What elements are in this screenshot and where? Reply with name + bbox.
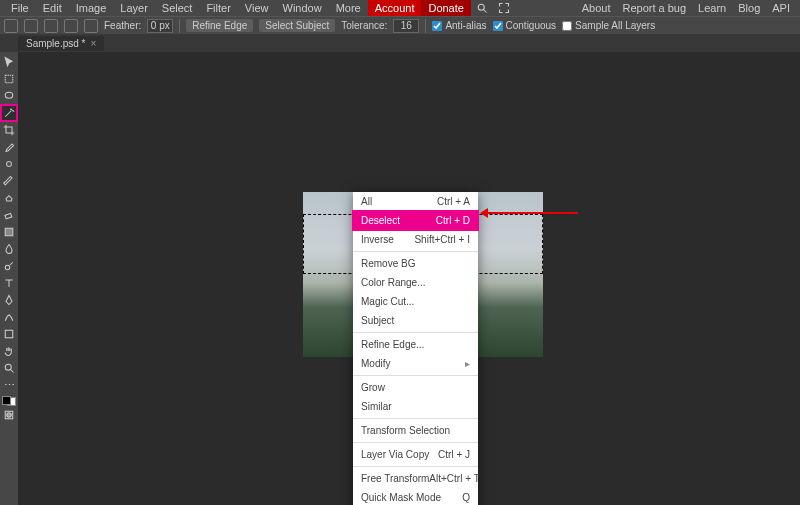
refine-edge-button[interactable]: Refine Edge [186, 19, 253, 32]
ctx-deselect[interactable]: DeselectCtrl + D [353, 211, 478, 230]
menu-donate[interactable]: Donate [421, 0, 470, 16]
menu-file[interactable]: File [4, 0, 36, 16]
document-tabs: Sample.psd * × [0, 34, 800, 52]
svg-point-3 [5, 92, 13, 98]
ctx-transform[interactable]: Transform Selection [353, 421, 478, 440]
separator [425, 19, 426, 33]
tab-label: Sample.psd * [26, 38, 85, 49]
svg-point-0 [478, 4, 484, 10]
tab-sample[interactable]: Sample.psd * × [18, 36, 104, 51]
color-swatch[interactable] [2, 396, 16, 406]
annotation-arrow [483, 212, 578, 214]
menu-more[interactable]: More [329, 0, 368, 16]
ctx-viacopy[interactable]: Layer Via CopyCtrl + J [353, 445, 478, 464]
svg-line-8 [10, 262, 13, 265]
menu-api[interactable]: API [766, 0, 796, 16]
feather-label: Feather: [104, 20, 141, 31]
brush-tool[interactable] [1, 173, 17, 189]
magic-wand-tool[interactable] [1, 105, 17, 121]
blur-tool[interactable] [1, 241, 17, 257]
more-tools[interactable]: ⋯ [1, 377, 17, 393]
path-tool[interactable] [1, 309, 17, 325]
canvas-area[interactable]: AllCtrl + A DeselectCtrl + D InverseShif… [18, 52, 800, 505]
ctx-colorrange[interactable]: Color Range... [353, 273, 478, 292]
menu-about[interactable]: About [576, 0, 617, 16]
menu-blog[interactable]: Blog [732, 0, 766, 16]
eyedropper-tool[interactable] [1, 139, 17, 155]
move-tool[interactable] [1, 54, 17, 70]
gradient-tool[interactable] [1, 224, 17, 240]
eraser-tool[interactable] [1, 207, 17, 223]
separator [179, 19, 180, 33]
menu-filter[interactable]: Filter [199, 0, 237, 16]
dodge-tool[interactable] [1, 258, 17, 274]
ctx-similar[interactable]: Similar [353, 397, 478, 416]
crop-tool[interactable] [1, 122, 17, 138]
svg-line-1 [483, 10, 486, 13]
svg-point-13 [7, 413, 12, 418]
sample-all-checkbox[interactable]: Sample All Layers [562, 20, 655, 31]
type-tool[interactable] [1, 275, 17, 291]
lasso-tool[interactable] [1, 88, 17, 104]
search-icon[interactable] [475, 1, 489, 15]
svg-point-10 [5, 364, 11, 370]
fullscreen-icon[interactable] [497, 1, 511, 15]
svg-line-11 [11, 370, 14, 373]
pen-tool[interactable] [1, 292, 17, 308]
ctx-freet[interactable]: Free TransformAlt+Ctrl + T [353, 469, 478, 488]
svg-rect-6 [5, 228, 13, 236]
ctx-magic[interactable]: Magic Cut... [353, 292, 478, 311]
menu-bug[interactable]: Report a bug [616, 0, 692, 16]
tolerance-input[interactable] [393, 19, 419, 33]
ctx-removebg[interactable]: Remove BG [353, 254, 478, 273]
antialias-checkbox[interactable]: Anti-alias [432, 20, 486, 31]
contiguous-checkbox[interactable]: Contiguous [493, 20, 557, 31]
sel-new-icon[interactable] [24, 19, 38, 33]
sel-sub-icon[interactable] [64, 19, 78, 33]
chevron-right-icon: ▸ [465, 358, 470, 369]
select-subject-button[interactable]: Select Subject [259, 19, 335, 32]
sel-add-icon[interactable] [44, 19, 58, 33]
quickmask-toggle[interactable] [1, 407, 17, 423]
close-icon[interactable]: × [90, 38, 96, 49]
menu-layer[interactable]: Layer [113, 0, 155, 16]
svg-point-7 [5, 265, 10, 270]
clone-tool[interactable] [1, 190, 17, 206]
ctx-subject[interactable]: Subject [353, 311, 478, 330]
context-menu: AllCtrl + A DeselectCtrl + D InverseShif… [353, 192, 478, 505]
heal-tool[interactable] [1, 156, 17, 172]
tool-preset-icon[interactable] [4, 19, 18, 33]
marquee-tool[interactable] [1, 71, 17, 87]
menu-image[interactable]: Image [69, 0, 114, 16]
ctx-all[interactable]: AllCtrl + A [353, 192, 478, 211]
menu-learn[interactable]: Learn [692, 0, 732, 16]
svg-rect-5 [5, 213, 12, 219]
menu-view[interactable]: View [238, 0, 276, 16]
ctx-inverse[interactable]: InverseShift+Ctrl + I [353, 230, 478, 249]
toolbar: ⋯ [0, 52, 18, 505]
menu-bar: File Edit Image Layer Select Filter View… [0, 0, 800, 16]
svg-rect-9 [5, 330, 13, 338]
menu-account[interactable]: Account [368, 0, 422, 16]
sel-int-icon[interactable] [84, 19, 98, 33]
options-bar: Feather: Refine Edge Select Subject Tole… [0, 16, 800, 34]
tolerance-label: Tolerance: [341, 20, 387, 31]
zoom-tool[interactable] [1, 360, 17, 376]
menu-select[interactable]: Select [155, 0, 200, 16]
feather-input[interactable] [147, 19, 173, 33]
ctx-grow[interactable]: Grow [353, 378, 478, 397]
svg-rect-2 [5, 75, 13, 83]
ctx-refine[interactable]: Refine Edge... [353, 335, 478, 354]
menu-window[interactable]: Window [276, 0, 329, 16]
ctx-modify[interactable]: Modify▸ [353, 354, 478, 373]
shape-tool[interactable] [1, 326, 17, 342]
hand-tool[interactable] [1, 343, 17, 359]
ctx-qmask[interactable]: Quick Mask ModeQ [353, 488, 478, 505]
menu-edit[interactable]: Edit [36, 0, 69, 16]
svg-rect-4 [7, 162, 12, 167]
